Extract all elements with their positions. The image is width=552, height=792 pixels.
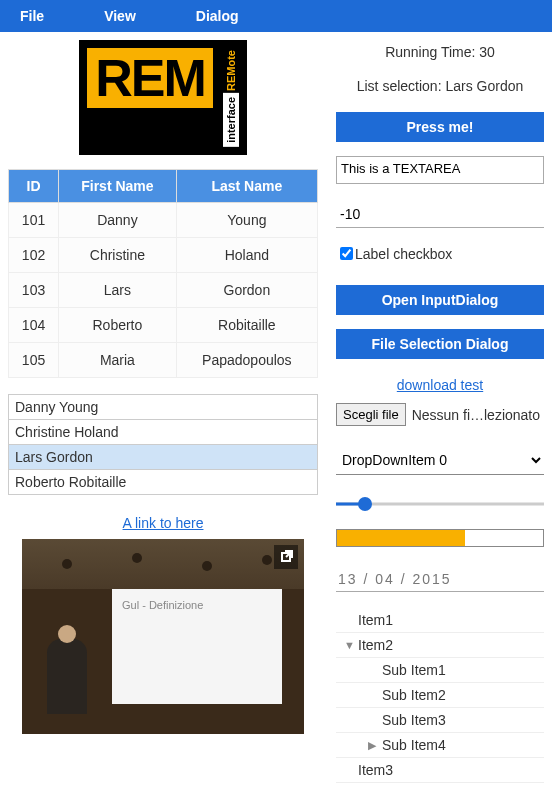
tree-label: Sub Item2	[382, 687, 446, 703]
video-ceiling	[22, 539, 304, 589]
chosen-file-text: Nessun fi…lezionato	[412, 407, 540, 423]
tree-label: Item2	[358, 637, 393, 653]
video-speaker	[47, 639, 87, 714]
table-cell: Roberto	[59, 307, 177, 342]
label-checkbox[interactable]	[340, 247, 353, 260]
number-input[interactable]	[336, 201, 544, 228]
dropdown[interactable]: DropDownItem 0	[336, 446, 544, 475]
list-item[interactable]: Danny Young	[9, 395, 317, 420]
slider[interactable]	[336, 493, 544, 515]
tree-item[interactable]: Sub Item2	[336, 683, 544, 708]
file-selection-dialog-button[interactable]: File Selection Dialog	[336, 329, 544, 359]
download-test-link[interactable]: download test	[397, 377, 483, 393]
table-cell: 101	[9, 202, 59, 237]
menu-file[interactable]: File	[20, 8, 44, 24]
progress-bar	[336, 529, 544, 547]
table-row[interactable]: 104RobertoRobitaille	[9, 307, 318, 342]
table-cell: Maria	[59, 342, 177, 377]
col-first[interactable]: First Name	[59, 169, 177, 202]
table-cell: Christine	[59, 237, 177, 272]
popout-icon[interactable]	[274, 545, 298, 569]
table-cell: 105	[9, 342, 59, 377]
date-input[interactable]	[336, 567, 544, 592]
table-cell: 104	[9, 307, 59, 342]
list-item[interactable]: Roberto Robitaille	[9, 470, 317, 494]
table-row[interactable]: 105MariaPapadopoulos	[9, 342, 318, 377]
open-input-dialog-button[interactable]: Open InputDialog	[336, 285, 544, 315]
table-cell: Young	[176, 202, 317, 237]
choose-file-button[interactable]: Scegli file	[336, 403, 406, 426]
tree-view: Item1▼Item2Sub Item1Sub Item2Sub Item3▶S…	[336, 608, 544, 783]
data-table: ID First Name Last Name 101DannyYoung102…	[8, 169, 318, 378]
col-last[interactable]: Last Name	[176, 169, 317, 202]
video-player[interactable]: Gul - Definizione	[22, 539, 304, 734]
table-cell: 103	[9, 272, 59, 307]
link-here-wrap: A link to here	[8, 515, 318, 531]
tree-item[interactable]: ▶Sub Item4	[336, 733, 544, 758]
menubar: File View Dialog	[0, 0, 552, 32]
tree-item[interactable]: Item1	[336, 608, 544, 633]
video-slide: Gul - Definizione	[112, 589, 282, 704]
list-item[interactable]: Christine Holand	[9, 420, 317, 445]
checkbox-label: Label checkbox	[355, 246, 452, 262]
list-item[interactable]: Lars Gordon	[9, 445, 317, 470]
press-me-button[interactable]: Press me!	[336, 112, 544, 142]
tree-label: Sub Item3	[382, 712, 446, 728]
tree-label: Sub Item1	[382, 662, 446, 678]
table-row[interactable]: 103LarsGordon	[9, 272, 318, 307]
tree-item[interactable]: Item3	[336, 758, 544, 783]
tree-arrow-icon: ▶	[368, 739, 382, 752]
tree-label: Item3	[358, 762, 393, 778]
list-selection-status: List selection: Lars Gordon	[336, 78, 544, 94]
table-cell: Papadopoulos	[176, 342, 317, 377]
menu-view[interactable]: View	[104, 8, 136, 24]
table-cell: Robitaille	[176, 307, 317, 342]
table-row[interactable]: 101DannyYoung	[9, 202, 318, 237]
video-slide-title: Gul - Definizione	[122, 599, 272, 611]
tree-item[interactable]: Sub Item3	[336, 708, 544, 733]
table-row[interactable]: 102ChristineHoland	[9, 237, 318, 272]
tree-arrow-icon: ▼	[344, 639, 358, 651]
col-id[interactable]: ID	[9, 169, 59, 202]
textarea[interactable]: This is a TEXTAREA	[336, 156, 544, 184]
selection-list: Danny YoungChristine HolandLars GordonRo…	[8, 394, 318, 495]
table-cell: Danny	[59, 202, 177, 237]
link-here[interactable]: A link to here	[123, 515, 204, 531]
tree-item[interactable]: Sub Item1	[336, 658, 544, 683]
table-cell: Gordon	[176, 272, 317, 307]
logo: REM REMote interface	[8, 40, 318, 155]
tree-label: Sub Item4	[382, 737, 446, 753]
running-time: Running Time: 30	[336, 44, 544, 60]
table-cell: 102	[9, 237, 59, 272]
table-cell: Holand	[176, 237, 317, 272]
table-cell: Lars	[59, 272, 177, 307]
menu-dialog[interactable]: Dialog	[196, 8, 239, 24]
tree-label: Item1	[358, 612, 393, 628]
tree-item[interactable]: ▼Item2	[336, 633, 544, 658]
